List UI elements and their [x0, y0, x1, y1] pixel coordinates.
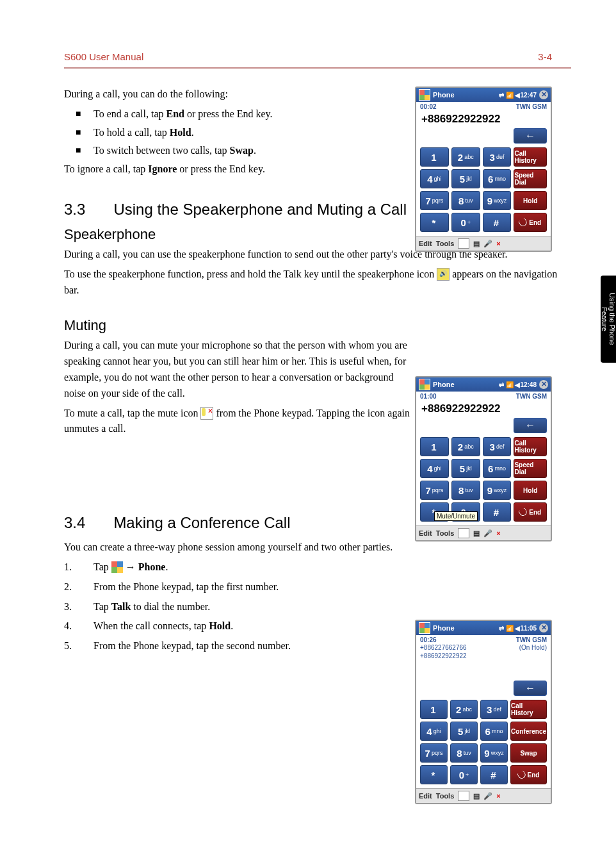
keypad-key-4[interactable]: 4ghi [420, 722, 448, 741]
conference-intro: You can create a three-way phone session… [64, 540, 411, 556]
keypad-key-9[interactable]: 9wxyz [483, 481, 512, 500]
start-icon[interactable] [419, 89, 430, 101]
start-icon[interactable] [419, 379, 430, 390]
close-icon[interactable]: ✕ [539, 624, 548, 632]
menu-edit[interactable]: Edit [419, 792, 432, 800]
action-button-end[interactable]: End [510, 765, 547, 784]
sip-icon[interactable] [458, 238, 469, 249]
mute-status-icon[interactable]: 🎤 [483, 529, 492, 538]
action-button-call-history[interactable]: Call History [510, 700, 547, 719]
text: To end a call, tap [93, 108, 166, 119]
text: or press the End key. [177, 163, 265, 174]
carrier: TWN GSM [516, 393, 547, 400]
keypad-key-3[interactable]: 3def [483, 437, 512, 456]
keypad-key-7[interactable]: 7pqrs [420, 481, 449, 500]
active-number: +886922922922 [416, 652, 551, 660]
call-status-row: 00:26 TWN GSM [416, 635, 551, 643]
keypad-key-0[interactable]: 0+ [450, 765, 478, 784]
text: . [165, 561, 168, 572]
keypad-key-8[interactable]: 8tuv [450, 743, 478, 763]
keypad-key-6[interactable]: 6mno [480, 722, 508, 741]
muting-p2: To mute a call, tap the mute icon from t… [64, 406, 411, 438]
keypad-key-*[interactable]: * [420, 213, 449, 232]
text: To switch between two calls, tap [93, 145, 230, 156]
menu-tools[interactable]: Tools [436, 792, 455, 800]
action-button-end[interactable]: End [514, 213, 547, 232]
menu-edit[interactable]: Edit [419, 240, 432, 247]
backspace-button[interactable]: ← [514, 681, 547, 696]
keypad-key-6[interactable]: 6mno [483, 459, 512, 478]
speakerphone-p2: To use the speakerphone function, press … [64, 267, 571, 299]
bold-term: Hold [170, 127, 191, 138]
keypad-key-6[interactable]: 6mno [483, 169, 512, 188]
speakerphone-icon: 🔊 [437, 268, 450, 281]
section-number: 3.3 [64, 201, 85, 219]
menu-tools[interactable]: Tools [436, 529, 455, 537]
keypad-key-5[interactable]: 5jkl [451, 459, 480, 478]
action-button-speed-dial[interactable]: Speed Dial [514, 169, 547, 188]
action-button-call-history[interactable]: Call History [514, 437, 547, 456]
keypad-key-5[interactable]: 5jkl [450, 722, 478, 741]
keypad-key-1[interactable]: 1 [420, 147, 449, 167]
action-button-speed-dial[interactable]: Speed Dial [514, 459, 547, 478]
action-button-end[interactable]: End [514, 502, 547, 522]
menu-tools[interactable]: Tools [436, 240, 455, 247]
keypad-key-3[interactable]: 3def [483, 147, 512, 167]
keypad-key-4[interactable]: 4ghi [420, 459, 449, 478]
menu-edit[interactable]: Edit [419, 529, 432, 537]
sip-icon[interactable] [458, 791, 469, 801]
text: When the call connects, tap [93, 620, 209, 631]
call-status-row: 01:00 TWN GSM [416, 392, 551, 400]
notes-icon[interactable]: ▤ [473, 792, 480, 800]
keypad-key-3[interactable]: 3def [480, 700, 508, 719]
backspace-button[interactable]: ← [514, 128, 547, 144]
backspace-button[interactable]: ← [514, 418, 547, 433]
step-item: 5.From the Phone keypad, tap the second … [64, 638, 411, 654]
keypad-key-9[interactable]: 9wxyz [480, 743, 508, 763]
action-button-swap[interactable]: Swap [510, 743, 547, 763]
bold-term: Swap [230, 145, 254, 156]
keypad-key-2[interactable]: 2abc [451, 437, 480, 456]
mute-status-icon[interactable]: 🎤 [483, 792, 492, 800]
text: → [123, 561, 138, 572]
close-icon[interactable]: ✕ [539, 380, 548, 389]
action-button-conference[interactable]: Conference [510, 722, 547, 741]
mute-status-icon[interactable]: 🎤 [483, 240, 492, 248]
keypad-key-#[interactable]: # [483, 213, 512, 232]
keypad-key-8[interactable]: 8tuv [451, 191, 480, 210]
bullet-item: To end a call, tap End or press the End … [76, 106, 411, 122]
close-icon[interactable]: ✕ [539, 90, 548, 99]
text: . [191, 127, 194, 138]
app-title: Phone [433, 624, 455, 632]
keypad-key-7[interactable]: 7pqrs [420, 191, 449, 210]
keypad-key-#[interactable]: # [480, 765, 508, 784]
action-button-call-history[interactable]: Call History [514, 147, 547, 167]
start-menu-icon [111, 561, 123, 573]
keypad-key-5[interactable]: 5jkl [451, 169, 480, 188]
tooltip-mute: Mute/Unmute [434, 511, 478, 521]
keypad-key-8[interactable]: 8tuv [451, 481, 480, 500]
handset-icon [518, 507, 528, 517]
notes-icon[interactable]: ▤ [473, 240, 480, 248]
phone-screenshot-during-call: Phone ⇄ 📶 ◀12:47 ✕00:02 TWN GSM+88692292… [415, 87, 552, 252]
notes-icon[interactable]: ▤ [473, 529, 480, 538]
keypad-key-4[interactable]: 4ghi [420, 169, 449, 188]
action-button-hold[interactable]: Hold [514, 481, 547, 500]
keypad-key-1[interactable]: 1 [420, 700, 448, 719]
keypad-key-0[interactable]: 0+ [451, 213, 480, 232]
keypad-key-#[interactable]: # [483, 502, 512, 522]
keypad-key-2[interactable]: 2abc [450, 700, 478, 719]
sip-icon[interactable] [458, 528, 469, 538]
ignore-call-line: To ignore a call, tap Ignore or press th… [64, 161, 411, 178]
text: or press the End key. [184, 108, 273, 119]
bullet-item: To hold a call, tap Hold. [76, 125, 411, 141]
keypad-key-*[interactable]: * [420, 765, 448, 784]
step-item: 2.From the Phone keypad, tap the first n… [64, 579, 411, 595]
keypad-key-7[interactable]: 7pqrs [420, 743, 448, 763]
keypad-key-2[interactable]: 2abc [451, 147, 480, 167]
action-button-hold[interactable]: Hold [514, 191, 547, 210]
phone-screenshot-mute: Phone ⇄ 📶 ◀12:48 ✕01:00 TWN GSM+88692292… [415, 376, 552, 541]
keypad-key-1[interactable]: 1 [420, 437, 449, 456]
start-icon[interactable] [419, 622, 430, 634]
keypad-key-9[interactable]: 9wxyz [483, 191, 512, 210]
